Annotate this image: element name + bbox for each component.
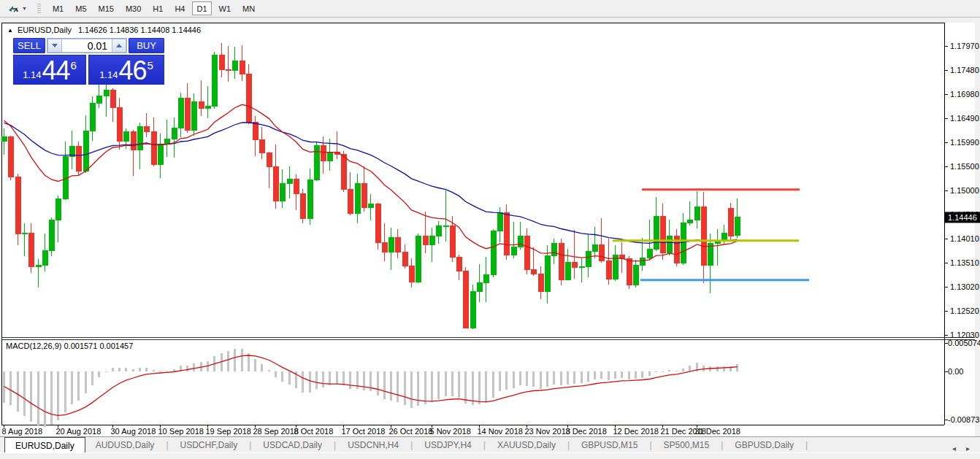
chart-symbol-label: EURUSD,Daily <box>18 26 72 34</box>
one-click-trading-panel: SELL 0.01 BUY 1.14 44 6 <box>13 38 164 85</box>
svg-text:17 Oct 2018: 17 Oct 2018 <box>342 427 386 436</box>
tab-divider: | <box>409 440 414 450</box>
svg-text:-0.00873: -0.00873 <box>948 415 979 424</box>
mt4-terminal: ▼ M1M5M15M30H1H4D1W1MN 1.179701.174801.1… <box>0 0 980 459</box>
svg-text:8 Aug 2018: 8 Aug 2018 <box>2 427 43 436</box>
tab-scroll-left-icon[interactable]: ◂ <box>952 444 956 452</box>
tab-divider: | <box>332 440 337 450</box>
chart-tab-usdcad-daily[interactable]: USDCAD,Daily <box>253 437 332 452</box>
volume-stepper: 0.01 <box>47 38 127 53</box>
svg-text:0.005074: 0.005074 <box>948 339 980 347</box>
svg-text:12 Dec 2018: 12 Dec 2018 <box>613 427 659 436</box>
date-axis: 8 Aug 201820 Aug 201830 Aug 201810 Sep 2… <box>2 425 740 436</box>
sell-button[interactable]: SELL <box>13 38 45 53</box>
chart-tabs: EURUSD,DailyAUDUSD,Daily|USDCHF,Daily|US… <box>0 437 942 452</box>
sell-price-small: 1.14 <box>23 69 41 80</box>
svg-text:1.17480: 1.17480 <box>950 66 979 74</box>
volume-field[interactable]: 0.01 <box>62 39 112 53</box>
sell-price-pip: 6 <box>71 59 77 72</box>
macd-indicator-label: MACD(12,26,9) 0.001571 0.001457 <box>6 342 133 350</box>
svg-text:1.12520: 1.12520 <box>950 306 979 315</box>
svg-text:23 Nov 2018: 23 Nov 2018 <box>525 427 570 436</box>
svg-text:1.17970: 1.17970 <box>950 42 979 50</box>
svg-text:26 Oct 2018: 26 Oct 2018 <box>389 427 433 436</box>
buy-price-display[interactable]: 1.14 46 5 <box>88 55 164 85</box>
tab-divider: | <box>164 440 169 450</box>
buy-price-pip: 5 <box>148 59 153 72</box>
chart-tab-usdchf-daily[interactable]: USDCHF,Daily <box>170 437 248 452</box>
buy-price-big: 46 <box>118 60 146 82</box>
svg-text:1.16490: 1.16490 <box>950 114 979 123</box>
chart-ohlc-values: 1.14626 1.14836 1.14408 1.14446 <box>78 26 201 34</box>
tab-scroll-right-icon[interactable]: ▸ <box>966 444 970 452</box>
expand-triangle-icon[interactable]: ▲ <box>7 27 13 34</box>
svg-text:0.00: 0.00 <box>948 367 963 376</box>
tab-scroll-arrows: ◂ ▸ <box>942 444 980 452</box>
tab-divider: | <box>804 440 809 450</box>
chart-title: ▲ EURUSD,Daily 1.14626 1.14836 1.14408 1… <box>7 26 201 34</box>
chart-tab-audusd-daily[interactable]: AUDUSD,Daily <box>85 437 165 452</box>
chart-tab-gbpusd-m15[interactable]: GBPUSD,M15 <box>571 437 648 452</box>
chart-tab-sp500-m15[interactable]: SP500,M15 <box>654 437 720 452</box>
tab-divider: | <box>248 440 253 450</box>
buy-price-small: 1.14 <box>99 69 118 80</box>
svg-text:1.14010: 1.14010 <box>950 234 979 243</box>
chart-tab-usdcnh-h4[interactable]: USDCNH,H4 <box>337 437 409 452</box>
sell-price-big: 44 <box>42 60 69 82</box>
tab-divider: | <box>648 440 653 450</box>
svg-text:20 Aug 2018: 20 Aug 2018 <box>56 427 102 436</box>
status-bar <box>0 452 980 459</box>
caret-up-icon <box>116 44 122 47</box>
caret-down-icon <box>52 44 58 47</box>
svg-text:14 Nov 2018: 14 Nov 2018 <box>478 427 523 436</box>
volume-decrease-button[interactable] <box>47 39 62 53</box>
svg-text:28 Sep 2018: 28 Sep 2018 <box>253 427 299 436</box>
svg-text:1.15000: 1.15000 <box>950 186 979 195</box>
svg-text:5 Nov 2018: 5 Nov 2018 <box>430 427 471 436</box>
svg-text:1.15500: 1.15500 <box>950 162 979 171</box>
current-price-value: 1.14446 <box>948 213 977 222</box>
svg-text:19 Sep 2018: 19 Sep 2018 <box>206 427 251 436</box>
svg-text:1.13510: 1.13510 <box>950 258 979 267</box>
svg-text:1.13020: 1.13020 <box>950 282 979 291</box>
svg-text:3 Dec 2018: 3 Dec 2018 <box>566 427 607 436</box>
buy-button[interactable]: BUY <box>129 38 164 53</box>
svg-text:1.16980: 1.16980 <box>950 90 979 99</box>
svg-text:30 Aug 2018: 30 Aug 2018 <box>111 427 156 436</box>
volume-increase-button[interactable] <box>112 39 126 53</box>
chart-tab-gbpusd-daily[interactable]: GBPUSD,Daily <box>724 437 804 452</box>
chart-window: 1.179701.174801.169801.164901.159901.155… <box>1 23 975 436</box>
tab-divider: | <box>719 440 724 450</box>
chart-tab-xauusd-daily[interactable]: XAUUSD,Daily <box>487 437 566 452</box>
svg-text:10 Sep 2018: 10 Sep 2018 <box>158 427 204 436</box>
tab-divider: | <box>482 440 487 450</box>
svg-text:8 Oct 2018: 8 Oct 2018 <box>294 427 334 436</box>
svg-text:1.15990: 1.15990 <box>950 138 979 147</box>
chart-tab-bar: EURUSD,DailyAUDUSD,Daily|USDCHF,Daily|US… <box>0 436 980 452</box>
tab-divider: | <box>566 440 571 450</box>
sell-price-display[interactable]: 1.14 44 6 <box>13 55 86 85</box>
chart-tab-usdjpy-h4[interactable]: USDJPY,H4 <box>414 437 481 452</box>
chart-tab-eurusd-daily[interactable]: EURUSD,Daily <box>4 437 85 452</box>
svg-text:31 Dec 2018: 31 Dec 2018 <box>695 427 740 436</box>
